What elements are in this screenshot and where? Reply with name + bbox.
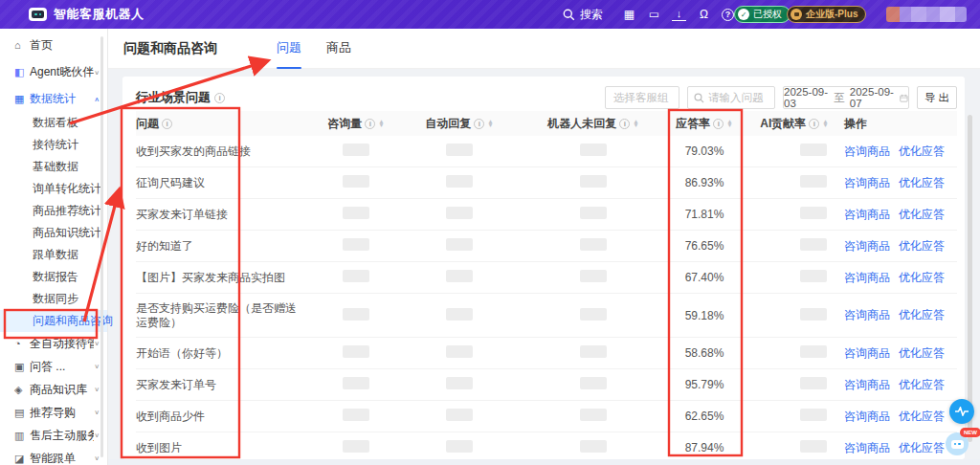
crown-icon [791,9,802,20]
sidebar-subitem-4[interactable]: 商品推荐统计 [0,200,107,222]
sidebar-item-data-stats[interactable]: ▦ 数据统计 ∧ [0,85,107,112]
column-header-2: 自动回复i▲▼ [396,116,523,132]
sort-control[interactable]: ▲▼ [378,120,384,128]
consult-product-link[interactable]: 咨询商品 [844,207,890,223]
redacted-value [580,308,607,321]
export-button[interactable]: 导出 [917,86,957,109]
sidebar-subitem-8[interactable]: 数据同步 [0,288,107,310]
consult-product-link[interactable]: 咨询商品 [844,377,890,393]
sidebar-item-auto[interactable]: ◔全自动接待管...∨ [0,332,107,355]
consult-volume-cell [316,238,396,254]
column-header-1: 咨询量i▲▼ [316,116,396,132]
headset-icon[interactable]: Ω [697,8,711,22]
download-icon[interactable]: ↓ [672,9,686,21]
info-icon[interactable]: i [619,119,630,129]
sidebar-item-order[interactable]: ◪智能跟单∨ [0,447,107,465]
info-icon[interactable]: i [365,119,375,129]
redacted-value [800,308,827,321]
filter-bar: 选择客服组 请输入问题 2025-09-03 至 2025-09-07 导出 [605,86,957,109]
action-cell: 咨询商品优化应答 [844,409,957,425]
answer-rate-cell: 67.40% [664,271,745,284]
optimize-answer-link[interactable]: 优化应答 [899,175,945,191]
sidebar-subitem-2[interactable]: 基础数据 [0,156,107,178]
tab-product[interactable]: 商品 [326,29,351,69]
sidebar-subitem-7[interactable]: 数据报告 [0,266,107,288]
sidebar-subitem-9[interactable]: 问题和商品咨询 [0,310,107,332]
optimize-answer-link[interactable]: 优化应答 [899,144,945,160]
panel-title-text: 行业场景问题 [136,89,211,106]
appstore-icon[interactable]: ▦ [622,8,636,22]
consult-product-link[interactable]: 咨询商品 [844,307,890,323]
column-header-0: 问题i [136,116,316,132]
sidebar-subitem-0[interactable]: 数据看板 [0,112,107,134]
sidebar-item-label: 推荐导购 [30,405,94,421]
sidebar-item-aftersale[interactable]: ▥售后主动服务∨ [0,424,107,447]
info-icon[interactable]: i [214,93,225,103]
sort-control[interactable]: ▲▼ [726,120,732,128]
sidebar-item-home[interactable]: ⌂ 首页 [0,32,107,58]
optimize-answer-link[interactable]: 优化应答 [899,270,945,286]
optimize-answer-link[interactable]: 优化应答 [899,377,945,393]
answer-rate-cell: 79.03% [664,144,745,158]
ai-contribution-cell [745,440,844,455]
consult-product-link[interactable]: 咨询商品 [844,238,890,255]
consult-product-link[interactable]: 咨询商品 [844,270,890,286]
optimize-answer-link[interactable]: 优化应答 [899,207,945,223]
sidebar-subitem-5[interactable]: 商品知识统计 [0,222,107,244]
tab-question[interactable]: 问题 [277,29,301,69]
info-icon[interactable]: i [809,119,819,129]
sidebar-item-label: 售后主动服务 [30,428,94,444]
topbar-search[interactable]: 搜索 [563,0,603,29]
ticket-icon[interactable]: ▭ [647,8,661,22]
sidebar-item-kb[interactable]: ◈商品知识库∨ [0,378,107,401]
ai-contribution-cell [745,238,844,254]
consult-product-link[interactable]: 咨询商品 [844,144,890,160]
optimize-answer-link[interactable]: 优化应答 [899,307,945,323]
auto-reply-cell [396,238,523,254]
sidebar-scrollbar[interactable] [100,36,103,457]
page-title: 问题和商品咨询 [123,40,217,57]
sort-control[interactable]: ▲▼ [822,120,828,128]
plan-badge[interactable]: 企业版-Plus [787,6,866,23]
optimize-answer-link[interactable]: 优化应答 [899,238,945,255]
app-logo[interactable]: 智能客服机器人 [29,0,145,29]
search-placeholder: 请输入问题 [708,91,764,105]
sidebar-item-label: Agent晓伙伴 [30,64,94,80]
redacted-value [800,270,827,282]
redacted-value [343,440,369,453]
info-icon[interactable]: i [474,119,484,129]
help-icon[interactable]: ? [722,9,734,21]
sort-control[interactable]: ▲▼ [487,120,493,128]
monitor-float-button[interactable] [949,399,974,424]
column-label: 应答率 [676,116,710,132]
sort-control[interactable]: ▲▼ [633,120,638,128]
table-row: 收到买家发的商品链接79.03%咨询商品优化应答 [136,136,957,167]
redacted-value [446,175,473,188]
info-icon[interactable]: i [162,119,172,129]
sidebar-subitem-3[interactable]: 询单转化统计 [0,178,107,200]
sidebar-item-label: 首页 [30,37,100,54]
sidebar-item-guide[interactable]: ▤推荐导购∨ [0,401,107,424]
ai-contribution-cell [745,308,844,323]
sidebar-subitem-1[interactable]: 接待统计 [0,134,107,156]
consult-product-link[interactable]: 咨询商品 [844,440,890,456]
info-icon[interactable]: i [713,119,724,129]
sidebar-subitem-6[interactable]: 跟单数据 [0,244,107,266]
redacted-value [446,440,473,453]
consult-product-link[interactable]: 咨询商品 [844,345,890,362]
authorized-badge[interactable]: ✓ 已授权 [734,6,791,23]
date-range-picker[interactable]: 2025-09-03 至 2025-09-07 [783,86,909,109]
auto-reply-cell [396,207,523,222]
sidebar-item-qa[interactable]: ▣问答 ...∨ [0,355,107,378]
consult-product-link[interactable]: 咨询商品 [844,409,890,425]
question-search-input[interactable]: 请输入问题 [687,86,775,109]
redacted-value [800,377,827,389]
panel-header: 行业场景问题 i 选择客服组 请输入问题 2025-09-03 至 2025-0… [136,77,957,111]
optimize-answer-link[interactable]: 优化应答 [899,345,945,362]
consult-product-link[interactable]: 咨询商品 [844,175,890,191]
agent-group-select[interactable]: 选择客服组 [605,86,679,109]
optimize-answer-link[interactable]: 优化应答 [899,409,945,425]
vertical-scrollbar[interactable] [968,115,972,442]
sidebar-item-agent[interactable]: ◧ Agent晓伙伴 ∨ [0,58,107,85]
optimize-answer-link[interactable]: 优化应答 [899,440,945,456]
